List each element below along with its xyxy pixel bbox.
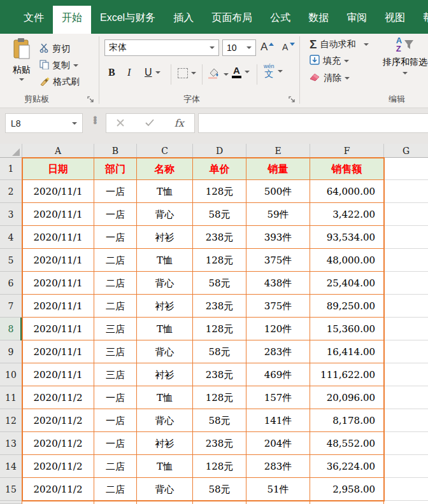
cell-D13[interactable]: 238元 bbox=[193, 432, 246, 455]
fill-caret[interactable] bbox=[344, 60, 349, 62]
copy-button[interactable]: 复制 bbox=[39, 60, 78, 71]
cell-C6[interactable]: 背心 bbox=[137, 272, 193, 295]
cell-A10[interactable]: 2020/11/1 bbox=[22, 363, 94, 386]
cell-F15[interactable]: 2,958.00 bbox=[310, 478, 384, 501]
enter-check-icon[interactable] bbox=[145, 118, 154, 129]
cell-D10[interactable]: 238元 bbox=[193, 363, 246, 386]
cancel-icon[interactable] bbox=[117, 118, 124, 129]
cell-G8[interactable] bbox=[384, 318, 428, 340]
cell-D5[interactable]: 128元 bbox=[193, 249, 246, 272]
cell-D11[interactable]: 128元 bbox=[193, 386, 246, 409]
cell-G6[interactable] bbox=[384, 272, 428, 295]
cell-B2[interactable]: 一店 bbox=[94, 180, 137, 203]
cell-E11[interactable]: 157件 bbox=[246, 386, 310, 409]
paste-button[interactable]: 粘贴 bbox=[6, 38, 37, 81]
autosum-caret[interactable] bbox=[364, 43, 369, 46]
cell-A12[interactable]: 2020/11/2 bbox=[22, 409, 94, 432]
header-cell-B1[interactable]: 部门 bbox=[94, 158, 137, 180]
cell-E10[interactable]: 469件 bbox=[246, 363, 310, 386]
cell-B8[interactable]: 三店 bbox=[94, 318, 137, 340]
cell-F2[interactable]: 64,000.00 bbox=[310, 180, 384, 203]
cell-F11[interactable]: 20,096.00 bbox=[310, 386, 384, 409]
row-header-7[interactable]: 7 bbox=[0, 295, 22, 318]
cell-A4[interactable]: 2020/11/1 bbox=[22, 226, 94, 249]
cell-A7[interactable]: 2020/11/1 bbox=[22, 295, 94, 318]
menu-tab-3[interactable]: Excel与财务 bbox=[91, 6, 164, 34]
cell-G5[interactable] bbox=[384, 249, 428, 272]
cell-D8[interactable]: 128元 bbox=[193, 318, 246, 340]
row-header-1[interactable]: 1 bbox=[0, 158, 22, 180]
column-header-A[interactable]: A bbox=[22, 144, 94, 158]
cell-G2[interactable] bbox=[384, 180, 428, 203]
menu-tab-8[interactable]: 审阅 bbox=[338, 6, 376, 34]
cell-B12[interactable]: 一店 bbox=[94, 409, 137, 432]
cell-F9[interactable]: 16,414.00 bbox=[310, 340, 384, 363]
font-size-combobox[interactable]: 10 bbox=[222, 39, 256, 56]
phonetic-guide-button[interactable]: wén 文 bbox=[264, 64, 283, 78]
name-box[interactable]: L8 bbox=[5, 113, 83, 133]
column-header-G[interactable]: G bbox=[384, 144, 428, 158]
column-header-F[interactable]: F bbox=[310, 144, 384, 158]
cell-E5[interactable]: 375件 bbox=[246, 249, 310, 272]
cell-E13[interactable]: 204件 bbox=[246, 432, 310, 455]
cell-B9[interactable]: 三店 bbox=[94, 340, 137, 363]
header-cell-E1[interactable]: 销量 bbox=[246, 158, 310, 180]
paste-dropdown-caret[interactable] bbox=[19, 78, 24, 81]
cell-G7[interactable] bbox=[384, 295, 428, 318]
column-header-E[interactable]: E bbox=[246, 144, 310, 158]
cell-A13[interactable]: 2020/11/2 bbox=[22, 432, 94, 455]
clear-caret[interactable] bbox=[345, 77, 350, 80]
cell-G9[interactable] bbox=[384, 340, 428, 363]
cell-F7[interactable]: 89,250.00 bbox=[310, 295, 384, 318]
row-header-8[interactable]: 8 bbox=[0, 318, 22, 340]
cell-B5[interactable]: 二店 bbox=[94, 249, 137, 272]
cell-G11[interactable] bbox=[384, 386, 428, 409]
cell-C11[interactable]: T恤 bbox=[137, 386, 193, 409]
cell-C4[interactable]: 衬衫 bbox=[137, 226, 193, 249]
cell-D3[interactable]: 58元 bbox=[193, 203, 246, 226]
cell-D6[interactable]: 58元 bbox=[193, 272, 246, 295]
cell-C13[interactable]: 衬衫 bbox=[137, 432, 193, 455]
menu-tab-1[interactable]: 文件 bbox=[15, 6, 53, 34]
cell-F13[interactable]: 48,552.00 bbox=[310, 432, 384, 455]
cell-D12[interactable]: 58元 bbox=[193, 409, 246, 432]
cell-B6[interactable]: 二店 bbox=[94, 272, 137, 295]
cell-C7[interactable]: 衬衫 bbox=[137, 295, 193, 318]
row-header-9[interactable]: 9 bbox=[0, 340, 22, 363]
cell-G1[interactable] bbox=[384, 158, 428, 180]
cell-A11[interactable]: 2020/11/2 bbox=[22, 386, 94, 409]
cell-E15[interactable]: 51件 bbox=[246, 478, 310, 501]
grow-font-button[interactable]: A bbox=[260, 41, 274, 53]
cell-E14[interactable]: 283件 bbox=[246, 455, 310, 478]
row-header-12[interactable]: 12 bbox=[0, 409, 22, 432]
cell-G13[interactable] bbox=[384, 432, 428, 455]
borders-caret[interactable] bbox=[191, 72, 196, 74]
cell-B7[interactable]: 二店 bbox=[94, 295, 137, 318]
row-header-6[interactable]: 6 bbox=[0, 272, 22, 295]
copy-dropdown-caret[interactable] bbox=[73, 64, 78, 67]
menu-tab-6[interactable]: 公式 bbox=[261, 6, 299, 34]
format-painter-button[interactable]: 格式刷 bbox=[39, 76, 80, 88]
row-header-14[interactable]: 14 bbox=[0, 455, 22, 478]
cell-C5[interactable]: T恤 bbox=[137, 249, 193, 272]
menu-tab-7[interactable]: 数据 bbox=[299, 6, 338, 34]
cell-B3[interactable]: 一店 bbox=[94, 203, 137, 226]
cell-B14[interactable]: 二店 bbox=[94, 455, 137, 478]
menu-tab-10[interactable]: 帮助 bbox=[414, 6, 428, 34]
cell-A15[interactable]: 2020/11/2 bbox=[22, 478, 94, 501]
cell-E12[interactable]: 141件 bbox=[246, 409, 310, 432]
cell-A8[interactable]: 2020/11/1 bbox=[22, 318, 94, 340]
row-header-3[interactable]: 3 bbox=[0, 203, 22, 226]
cell-C8[interactable]: T恤 bbox=[137, 318, 193, 340]
cell-E8[interactable]: 120件 bbox=[246, 318, 310, 340]
cell-C15[interactable]: 背心 bbox=[137, 478, 193, 501]
bold-button[interactable]: B bbox=[108, 67, 115, 78]
header-cell-F1[interactable]: 销售额 bbox=[310, 158, 384, 180]
cell-D7[interactable]: 238元 bbox=[193, 295, 246, 318]
fill-button[interactable]: 填充 bbox=[310, 55, 349, 67]
cell-A3[interactable]: 2020/11/1 bbox=[22, 203, 94, 226]
cell-E7[interactable]: 375件 bbox=[246, 295, 310, 318]
cell-G12[interactable] bbox=[384, 409, 428, 432]
cell-C3[interactable]: 背心 bbox=[137, 203, 193, 226]
row-header-10[interactable]: 10 bbox=[0, 363, 22, 386]
